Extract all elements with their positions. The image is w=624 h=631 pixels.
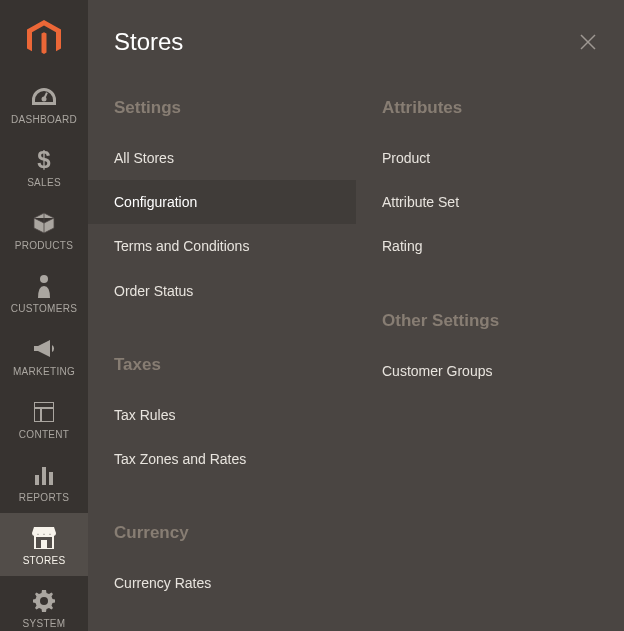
- layout-icon: [31, 399, 57, 425]
- dollar-icon: $: [31, 147, 57, 173]
- svg-rect-11: [41, 540, 47, 549]
- sidebar-item-label: REPORTS: [19, 492, 69, 503]
- submenu-panel: Stores Settings All Stores Configuration…: [88, 0, 624, 631]
- sidebar-item-label: SALES: [27, 177, 61, 188]
- svg-rect-8: [42, 467, 46, 485]
- menu-link-tax-zones-and-rates[interactable]: Tax Zones and Rates: [88, 437, 356, 481]
- section-heading-other-settings: Other Settings: [356, 297, 624, 349]
- svg-text:$: $: [37, 148, 51, 172]
- gear-icon: [31, 588, 57, 614]
- section-heading-currency: Currency: [88, 509, 356, 561]
- section-heading-settings: Settings: [88, 84, 356, 136]
- sidebar: DASHBOARD $ SALES PRODUCTS CUSTOMERS MAR…: [0, 0, 88, 631]
- svg-point-12: [40, 597, 48, 605]
- svg-rect-1: [44, 92, 48, 98]
- menu-link-configuration[interactable]: Configuration: [88, 180, 356, 224]
- sidebar-item-label: CUSTOMERS: [11, 303, 77, 314]
- menu-link-terms-and-conditions[interactable]: Terms and Conditions: [88, 224, 356, 268]
- sidebar-item-stores[interactable]: STORES: [0, 513, 88, 576]
- svg-point-3: [40, 275, 48, 283]
- svg-rect-9: [49, 472, 53, 485]
- menu-link-customer-groups[interactable]: Customer Groups: [356, 349, 624, 393]
- sidebar-item-marketing[interactable]: MARKETING: [0, 324, 88, 387]
- sidebar-item-label: DASHBOARD: [11, 114, 77, 125]
- sidebar-item-dashboard[interactable]: DASHBOARD: [0, 72, 88, 135]
- sidebar-item-label: MARKETING: [13, 366, 75, 377]
- sidebar-item-sales[interactable]: $ SALES: [0, 135, 88, 198]
- bars-icon: [31, 462, 57, 488]
- sidebar-item-customers[interactable]: CUSTOMERS: [0, 261, 88, 324]
- sidebar-item-reports[interactable]: REPORTS: [0, 450, 88, 513]
- close-icon: [579, 33, 597, 51]
- sidebar-item-label: STORES: [23, 555, 66, 566]
- submenu-column-right: Attributes Product Attribute Set Rating …: [356, 84, 624, 605]
- dashboard-icon: [31, 84, 57, 110]
- panel-title: Stores: [114, 28, 183, 56]
- svg-rect-7: [35, 475, 39, 485]
- menu-link-product[interactable]: Product: [356, 136, 624, 180]
- menu-link-currency-rates[interactable]: Currency Rates: [88, 561, 356, 605]
- sidebar-item-content[interactable]: CONTENT: [0, 387, 88, 450]
- storefront-icon: [31, 525, 57, 551]
- menu-link-tax-rules[interactable]: Tax Rules: [88, 393, 356, 437]
- menu-link-rating[interactable]: Rating: [356, 224, 624, 268]
- sidebar-item-label: PRODUCTS: [15, 240, 74, 251]
- megaphone-icon: [31, 336, 57, 362]
- person-icon: [31, 273, 57, 299]
- sidebar-item-label: SYSTEM: [23, 618, 66, 629]
- menu-link-all-stores[interactable]: All Stores: [88, 136, 356, 180]
- close-button[interactable]: [578, 32, 598, 52]
- sidebar-item-label: CONTENT: [19, 429, 69, 440]
- magento-logo[interactable]: [27, 0, 61, 72]
- sidebar-item-system[interactable]: SYSTEM: [0, 576, 88, 631]
- menu-link-order-status[interactable]: Order Status: [88, 269, 356, 313]
- menu-link-attribute-set[interactable]: Attribute Set: [356, 180, 624, 224]
- section-heading-attributes: Attributes: [356, 84, 624, 136]
- svg-rect-4: [34, 402, 54, 422]
- sidebar-item-products[interactable]: PRODUCTS: [0, 198, 88, 261]
- submenu-column-left: Settings All Stores Configuration Terms …: [88, 84, 356, 605]
- box-icon: [31, 210, 57, 236]
- section-heading-taxes: Taxes: [88, 341, 356, 393]
